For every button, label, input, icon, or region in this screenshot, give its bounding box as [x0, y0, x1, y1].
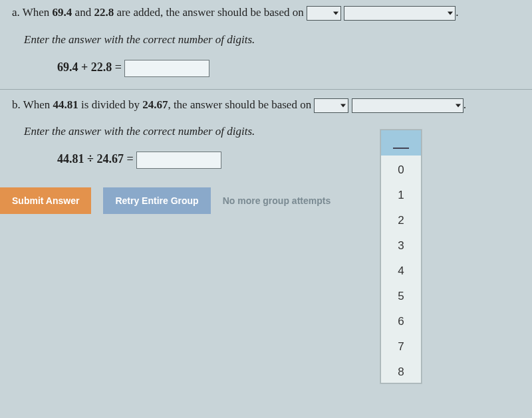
dropdown-option-0[interactable]: 0	[381, 156, 421, 181]
dropdown-option-1[interactable]: 1	[381, 181, 421, 206]
prompt-a: a. When 69.4 and 22.8 are added, the ans…	[12, 4, 520, 21]
dropdown-a-count[interactable]	[307, 6, 341, 21]
equation-lhs: 69.4 + 22.8	[57, 60, 112, 74]
answer-input-b[interactable]	[136, 152, 221, 169]
text: .	[464, 98, 466, 111]
value-a1: 69.4	[53, 6, 72, 19]
no-more-attempts-label: No more group attempts	[223, 195, 331, 206]
chevron-down-icon	[456, 104, 461, 107]
retry-group-button[interactable]: Retry Entire Group	[103, 187, 210, 214]
dash-icon	[393, 148, 409, 149]
chevron-down-icon	[340, 104, 346, 107]
value-a2: 22.8	[94, 6, 114, 19]
chevron-down-icon	[333, 12, 338, 15]
dropdown-option-blank[interactable]	[381, 130, 421, 156]
dropdown-option-8[interactable]: 8	[381, 358, 421, 383]
instruction-b: Enter the answer with the correct number…	[24, 125, 520, 138]
dropdown-option-4[interactable]: 4	[381, 257, 421, 282]
text: is divided by	[78, 98, 142, 111]
equation-lhs: 44.81 ÷ 24.67	[57, 152, 124, 165]
submit-answer-button[interactable]: Submit Answer	[0, 187, 91, 214]
text: .	[456, 6, 458, 19]
answer-input-a[interactable]	[124, 60, 209, 77]
value-b2: 24.67	[142, 98, 168, 111]
question-b: b. When 44.81 is divided by 24.67, the a…	[0, 89, 532, 169]
button-row: Submit Answer Retry Entire Group No more…	[0, 187, 520, 214]
dropdown-b-type[interactable]	[352, 98, 464, 113]
equation-b: 44.81 ÷ 24.67 =	[57, 152, 520, 169]
text: and	[72, 6, 94, 19]
text: are added, the answer should be based on	[114, 6, 307, 19]
question-a: a. When 69.4 and 22.8 are added, the ans…	[12, 4, 520, 77]
text: When	[23, 6, 53, 19]
equals-sign: =	[115, 60, 122, 74]
text: , the answer should be based on	[168, 98, 314, 111]
equation-a: 69.4 + 22.8 =	[57, 60, 520, 77]
label-a: a.	[12, 6, 20, 19]
instruction-a: Enter the answer with the correct number…	[24, 33, 520, 47]
prompt-b: b. When 44.81 is divided by 24.67, the a…	[12, 96, 520, 114]
dropdown-option-6[interactable]: 6	[381, 307, 421, 332]
dropdown-a-type[interactable]	[344, 6, 456, 21]
dropdown-option-5[interactable]: 5	[381, 282, 421, 307]
text: When	[23, 98, 53, 111]
label-b: b.	[12, 98, 21, 111]
question-content: a. When 69.4 and 22.8 are added, the ans…	[0, 0, 532, 226]
value-b1: 44.81	[53, 98, 78, 111]
equals-sign: =	[126, 152, 133, 165]
dropdown-option-2[interactable]: 2	[381, 206, 421, 231]
chevron-down-icon	[448, 12, 453, 15]
dropdown-option-7[interactable]: 7	[381, 332, 421, 358]
dropdown-option-3[interactable]: 3	[381, 231, 421, 257]
dropdown-b-count[interactable]	[314, 98, 348, 113]
dropdown-options-panel: 0 1 2 3 4 5 6 7 8	[380, 130, 422, 383]
